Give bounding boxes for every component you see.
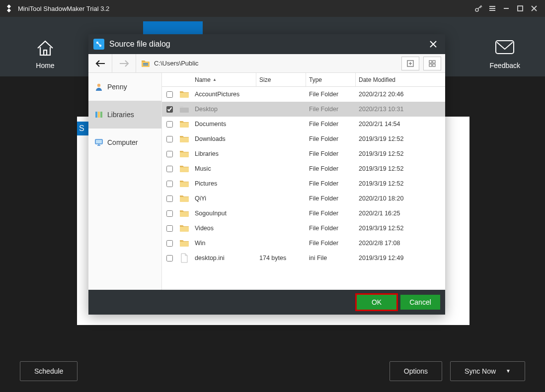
nav-forward-button[interactable]: [112, 54, 136, 72]
folder-icon: [177, 105, 192, 114]
close-button[interactable]: [527, 1, 541, 15]
file-row[interactable]: WinFile Folder2020/2/8 17:08: [162, 236, 445, 251]
minimize-button[interactable]: [499, 1, 513, 15]
svg-rect-11: [496, 41, 514, 54]
app-logo-icon: [4, 3, 14, 13]
file-row[interactable]: DownloadsFile Folder2019/3/19 12:52: [162, 131, 445, 146]
nav-back-button[interactable]: [88, 54, 112, 72]
file-row[interactable]: desktop.ini174 bytesini File2019/3/19 12…: [162, 251, 445, 265]
user-icon: [94, 82, 103, 91]
row-date: 2020/2/1 16:25: [356, 210, 445, 217]
sidebar-item-computer[interactable]: Computer: [88, 129, 161, 156]
sidebar-item-penny[interactable]: Penny: [88, 73, 161, 101]
row-checkbox[interactable]: [166, 151, 173, 157]
path-text: C:\Users\Public: [154, 60, 199, 67]
tab-feedback[interactable]: Feedback: [490, 37, 520, 69]
sync-now-button[interactable]: Sync Now ▼: [450, 361, 525, 381]
row-name: Win: [192, 240, 256, 247]
row-date: 2019/3/19 12:49: [356, 255, 445, 261]
dialog-titlebar: Source file dialog: [88, 34, 445, 54]
file-row[interactable]: VideosFile Folder2019/3/19 12:52: [162, 221, 445, 236]
row-checkbox[interactable]: [166, 121, 173, 128]
svg-point-26: [97, 84, 100, 87]
source-file-dialog: Source file dialog C:\Users\Public Penny…: [88, 34, 445, 315]
svg-rect-23: [433, 61, 435, 63]
col-name[interactable]: Name ▲: [192, 73, 256, 86]
file-row[interactable]: DocumentsFile Folder2020/2/1 14:54: [162, 117, 445, 131]
row-checkbox[interactable]: [166, 136, 173, 142]
file-row[interactable]: PicturesFile Folder2019/3/19 12:52: [162, 176, 445, 191]
row-checkbox[interactable]: [166, 166, 173, 172]
row-name: Desktop: [192, 106, 256, 113]
row-type: File Folder: [306, 240, 356, 247]
row-name: Videos: [192, 225, 256, 232]
ok-label: OK: [372, 298, 382, 306]
section-s-label: S: [77, 122, 88, 135]
svg-rect-16: [142, 62, 150, 67]
row-date: 2019/3/19 12:52: [356, 135, 445, 142]
svg-rect-43: [180, 242, 189, 247]
row-checkbox[interactable]: [166, 225, 173, 232]
sidebar-item-label: Penny: [107, 83, 127, 91]
row-checkbox[interactable]: [166, 210, 173, 217]
maximize-button[interactable]: [513, 1, 527, 15]
file-icon: [177, 253, 192, 263]
row-date: 2020/2/8 17:08: [356, 240, 445, 247]
sidebar-item-label: Computer: [107, 138, 138, 146]
svg-rect-27: [95, 112, 97, 118]
folder-path-icon: [141, 59, 150, 68]
svg-rect-42: [180, 227, 189, 232]
row-size: 174 bytes: [256, 255, 306, 261]
schedule-label: Schedule: [34, 367, 63, 375]
svg-rect-39: [180, 182, 189, 187]
options-button[interactable]: Options: [389, 361, 442, 381]
col-type[interactable]: Type: [306, 73, 356, 86]
file-row[interactable]: SogouInputFile Folder2020/2/1 16:25: [162, 206, 445, 221]
schedule-button[interactable]: Schedule: [20, 361, 78, 381]
row-date: 2020/2/12 20:46: [356, 91, 445, 98]
cancel-button[interactable]: Cancel: [400, 295, 440, 310]
file-row[interactable]: MusicFile Folder2019/3/19 12:52: [162, 161, 445, 176]
col-size[interactable]: Size: [256, 73, 306, 86]
row-name: Music: [192, 165, 256, 172]
svg-rect-35: [180, 123, 189, 128]
sidebar-item-libraries[interactable]: Libraries: [88, 101, 161, 129]
view-grid-button[interactable]: [423, 57, 441, 70]
row-checkbox[interactable]: [166, 240, 173, 247]
svg-rect-40: [180, 197, 189, 202]
envelope-icon: [494, 37, 515, 59]
path-box[interactable]: C:\Users\Public: [136, 59, 401, 68]
row-type: File Folder: [306, 210, 356, 217]
row-checkbox[interactable]: [166, 196, 173, 202]
col-date[interactable]: Date Modified: [356, 73, 445, 86]
row-name: QiYi: [192, 195, 256, 202]
new-folder-button[interactable]: [401, 57, 419, 70]
file-row[interactable]: DesktopFile Folder2020/2/13 10:31: [162, 102, 445, 117]
row-date: 2019/3/19 12:52: [356, 180, 445, 187]
folder-icon: [177, 239, 192, 248]
key-icon[interactable]: [471, 1, 485, 15]
row-type: File Folder: [306, 121, 356, 128]
folder-icon: [177, 224, 192, 233]
dialog-close-button[interactable]: [426, 37, 440, 51]
sidebar-item-label: Libraries: [107, 111, 134, 119]
folder-icon: [177, 179, 192, 188]
row-type: ini File: [306, 255, 356, 261]
ok-button[interactable]: OK: [357, 295, 396, 310]
row-checkbox[interactable]: [166, 91, 173, 98]
row-checkbox[interactable]: [166, 181, 173, 187]
row-type: File Folder: [306, 135, 356, 142]
row-checkbox[interactable]: [166, 255, 173, 261]
file-row[interactable]: LibrariesFile Folder2019/3/19 12:52: [162, 146, 445, 161]
row-date: 2019/3/19 12:52: [356, 165, 445, 172]
svg-rect-33: [180, 93, 189, 98]
tab-home[interactable]: Home: [35, 37, 56, 69]
file-row[interactable]: AccountPicturesFile Folder2020/2/12 20:4…: [162, 87, 445, 102]
file-row[interactable]: QiYiFile Folder2020/2/10 18:20: [162, 191, 445, 206]
row-name: SogouInput: [192, 210, 256, 217]
row-checkbox[interactable]: [166, 106, 173, 113]
svg-rect-38: [180, 167, 189, 172]
row-type: File Folder: [306, 195, 356, 202]
folder-icon: [177, 134, 192, 143]
menu-icon[interactable]: [485, 1, 499, 15]
